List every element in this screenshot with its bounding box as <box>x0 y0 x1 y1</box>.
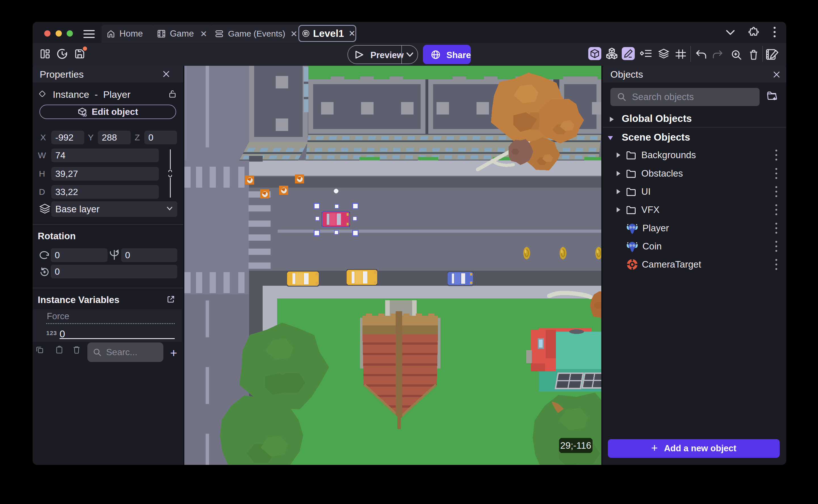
svg-text:3D: 3D <box>83 113 87 117</box>
svg-text:29;-116: 29;-116 <box>560 440 591 451</box>
